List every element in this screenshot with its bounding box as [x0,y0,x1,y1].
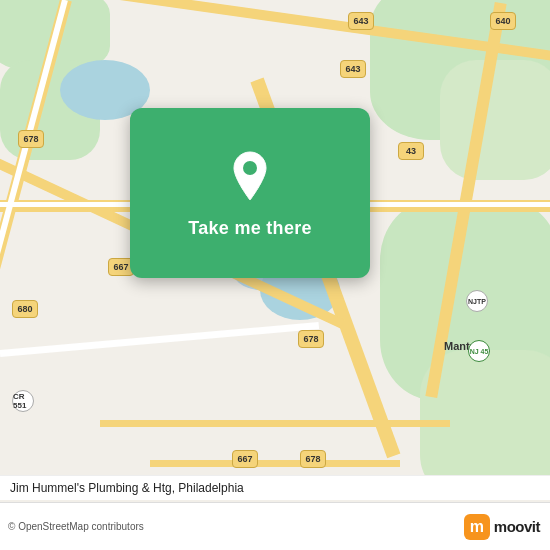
road-badge-680: 680 [12,300,38,318]
moovit-icon: m [464,514,490,540]
green-area-east [440,60,550,180]
business-label-strip: Jim Hummel's Plumbing & Htg, Philadelphi… [0,475,550,500]
location-pin-icon [222,148,278,204]
business-name: Jim Hummel's Plumbing & Htg, Philadelphi… [10,481,244,495]
road-badge-43: 43 [398,142,424,160]
road-badge-njtp: NJTP [466,290,488,312]
road-badge-643-2: 643 [340,60,366,78]
road-badge-cr551: CR 551 [12,390,34,412]
road-badge-nj45: NJ 45 [468,340,490,362]
road-badge-678-3: 678 [300,450,326,468]
map-container: Take me there 643 640 643 43 678 667 680… [0,0,550,550]
moovit-logo: m moovit [464,514,540,540]
moovit-wordmark: moovit [494,518,540,535]
road-badge-667-2: 667 [232,450,258,468]
road-yellow-bottom2 [150,460,400,467]
road-badge-640: 640 [490,12,516,30]
road-badge-678-2: 678 [298,330,324,348]
attribution-text: © OpenStreetMap contributors [8,521,144,532]
bottom-bar: © OpenStreetMap contributors m moovit [0,502,550,550]
road-yellow-bottom [100,420,450,427]
route-card: Take me there [130,108,370,278]
road-badge-643-1: 643 [348,12,374,30]
take-me-there-button[interactable]: Take me there [188,218,312,239]
svg-point-0 [243,161,257,175]
road-badge-678-1: 678 [18,130,44,148]
